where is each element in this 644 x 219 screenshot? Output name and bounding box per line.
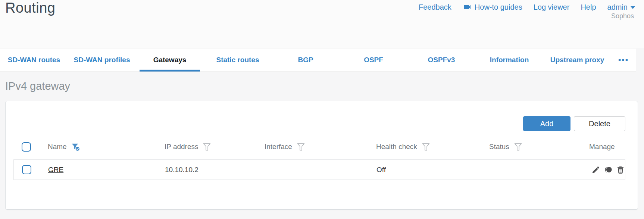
filter-active-icon[interactable] [71, 142, 80, 152]
help-label: Help [581, 3, 596, 12]
cell-ip-address: 10.10.10.2 [165, 166, 265, 174]
tab-bar: SD-WAN routes SD-WAN profiles Gateways S… [0, 48, 636, 72]
column-status-label: Status [489, 143, 509, 151]
admin-menu-label: admin [607, 3, 628, 12]
filter-icon[interactable] [421, 142, 431, 152]
tab-upstream-proxy[interactable]: Upstream proxy [543, 48, 611, 72]
tab-sd-wan-profiles[interactable]: SD-WAN profiles [68, 48, 136, 72]
vendor-label: Sophos [611, 12, 634, 20]
delete-button[interactable]: Delete [574, 116, 625, 131]
delete-icon[interactable] [616, 165, 625, 174]
add-button[interactable]: Add [523, 116, 570, 131]
tab-information[interactable]: Information [475, 48, 543, 72]
feedback-link-label: Feedback [419, 3, 451, 12]
column-interface-label: Interface [265, 143, 292, 151]
page-title: Routing [5, 0, 55, 16]
section-title: IPv4 gateway [5, 78, 638, 94]
feedback-link[interactable]: Feedback [419, 3, 451, 12]
how-to-guides-link[interactable]: How-to guides [463, 3, 522, 12]
videocam-icon [463, 3, 472, 12]
cell-health-check: Off [376, 166, 490, 174]
column-health-check-label: Health check [376, 143, 417, 151]
how-to-guides-label: How-to guides [475, 3, 522, 12]
log-viewer-label: Log viewer [534, 3, 570, 12]
select-all-checkbox[interactable] [22, 142, 31, 152]
tab-gateways[interactable]: Gateways [136, 48, 204, 72]
toolbar: Add Delete [13, 116, 625, 131]
tab-ospf[interactable]: OSPF [340, 48, 407, 72]
top-header: Routing Feedback How-to guides Log viewe… [0, 0, 644, 48]
help-link[interactable]: Help [581, 3, 596, 12]
content-area: IPv4 gateway Add Delete Name IP addre [0, 72, 644, 210]
row-checkbox[interactable] [22, 165, 31, 174]
header-links: Feedback How-to guides Log viewer Help a… [419, 3, 635, 12]
gateway-name-link[interactable]: GRE [48, 166, 63, 174]
tab-sd-wan-routes[interactable]: SD-WAN routes [0, 48, 68, 72]
chevron-down-icon [631, 6, 635, 9]
filter-icon[interactable] [202, 142, 212, 152]
column-manage-label: Manage [589, 143, 615, 151]
column-ip-address-label: IP address [165, 143, 198, 151]
edit-icon[interactable] [591, 165, 600, 174]
clone-icon[interactable] [603, 165, 613, 174]
gateway-card: Add Delete Name IP address [5, 101, 638, 210]
admin-menu[interactable]: admin [607, 3, 635, 12]
cell-manage [577, 165, 625, 174]
tab-ospfv3[interactable]: OSPFv3 [407, 48, 475, 72]
tab-overflow-button[interactable]: ••• [611, 48, 636, 72]
table-row: GRE 10.10.10.2 Off [13, 159, 625, 180]
column-name-label: Name [48, 143, 67, 151]
tab-bgp[interactable]: BGP [272, 48, 340, 72]
log-viewer-link[interactable]: Log viewer [534, 3, 570, 12]
table-header: Name IP address Interface [13, 139, 625, 154]
filter-icon[interactable] [296, 142, 306, 152]
tab-static-routes[interactable]: Static routes [204, 48, 272, 72]
filter-icon[interactable] [513, 142, 523, 152]
